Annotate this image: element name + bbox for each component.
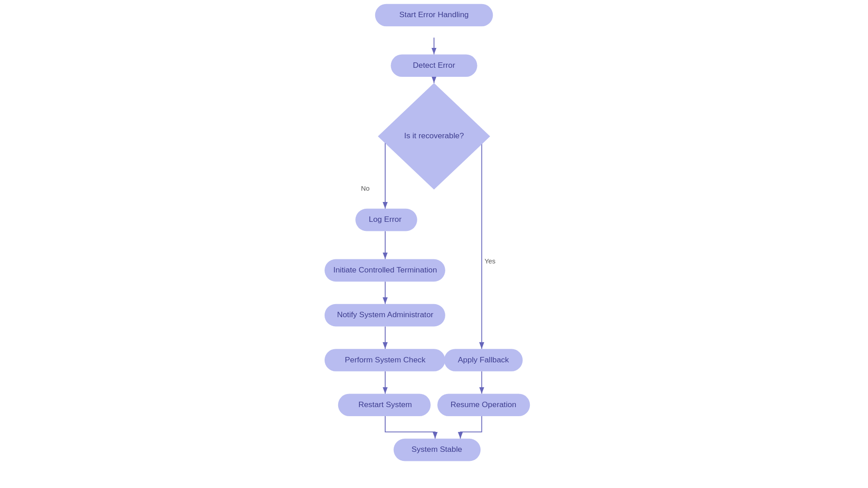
apply-fallback-label: Apply Fallback [458,355,509,364]
initiate-label: Initiate Controlled Termination [333,265,437,274]
arrow-restart-stable [385,416,435,439]
arrow-decision-apply [462,136,481,349]
stable-label: System Stable [411,445,462,454]
detect-label: Detect Error [413,61,455,70]
yes-label: Yes [485,258,495,265]
flowchart-container: Start Error Handling Detect Error Is it … [0,0,868,488]
no-label: No [361,185,370,192]
restart-label: Restart System [359,400,412,409]
start-label: Start Error Handling [399,10,468,19]
decision-label: Is it recoverable? [404,131,464,140]
arrow-resume-stable [460,416,481,439]
notify-label: Notify System Administrator [337,310,433,319]
resume-label: Resume Operation [450,400,516,409]
perform-check-label: Perform System Check [345,355,426,364]
log-error-label: Log Error [369,215,402,224]
